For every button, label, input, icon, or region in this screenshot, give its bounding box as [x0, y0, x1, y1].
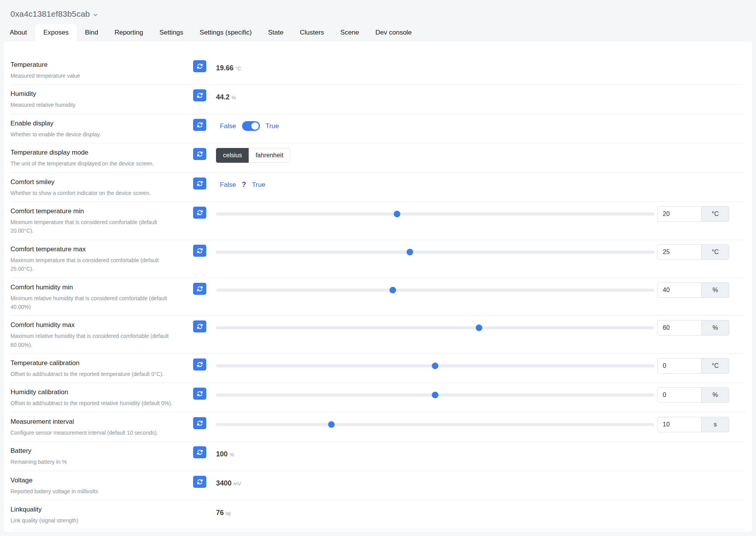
- row-temperature-calibration: Temperature calibration Offset to add/su…: [10, 354, 746, 383]
- sync-icon: [197, 210, 203, 216]
- sync-icon: [197, 63, 203, 69]
- expose-description: Whether to enable the device display.: [10, 130, 193, 139]
- expose-description: Maximum relative humidity that is consid…: [10, 332, 193, 349]
- value-input[interactable]: [657, 206, 702, 222]
- row-comfort-smiley: Comfort smiley Whether to show a comfort…: [10, 173, 746, 202]
- expose-description: Measured temperature value: [10, 71, 193, 80]
- tab-clusters[interactable]: Clusters: [292, 24, 332, 42]
- slider[interactable]: [216, 206, 654, 222]
- option-fahrenheit[interactable]: fahrenheit: [249, 148, 290, 163]
- slider-thumb[interactable]: [476, 325, 482, 331]
- sync-icon: [197, 248, 203, 254]
- value-display: 76lqi: [216, 508, 231, 517]
- tab-settings-specific[interactable]: Settings (specific): [192, 24, 260, 42]
- slider-thumb[interactable]: [394, 211, 400, 217]
- tristate-unknown-indicator[interactable]: ?: [242, 181, 246, 189]
- sync-icon: [197, 181, 203, 186]
- refresh-button[interactable]: [193, 320, 206, 332]
- page-header: 0xa4c1381ef83b5cab: [0, 0, 756, 24]
- slider-thumb[interactable]: [432, 392, 439, 399]
- tab-state[interactable]: State: [260, 24, 292, 42]
- refresh-button[interactable]: [193, 119, 206, 131]
- row-battery: Battery Remaining battery in % 100%: [10, 442, 746, 471]
- slider-thumb[interactable]: [432, 363, 439, 369]
- toggle-switch[interactable]: [242, 121, 260, 131]
- value-input[interactable]: [657, 417, 702, 432]
- expose-title: Enable display: [10, 118, 193, 127]
- tab-reporting[interactable]: Reporting: [106, 24, 152, 42]
- slider-thumb[interactable]: [328, 421, 334, 428]
- device-id: 0xa4c1381ef83b5cab: [10, 9, 90, 19]
- refresh-button[interactable]: [193, 283, 206, 295]
- exposes-panel: Temperature Measured temperature value 1…: [4, 42, 752, 532]
- value-display: 100%: [216, 449, 234, 458]
- slider-track: [216, 326, 654, 329]
- unit-addon: %: [702, 282, 729, 298]
- row-humidity-calibration: Humidity calibration Offset to add/subtr…: [10, 383, 746, 412]
- tristate-true-label[interactable]: True: [252, 181, 265, 189]
- sync-icon: [197, 479, 203, 485]
- value-input-group: %: [657, 282, 729, 298]
- expose-description: Minimum relative humidity that is consid…: [10, 294, 193, 312]
- expose-title: Humidity: [10, 89, 193, 98]
- expose-title: Comfort smiley: [10, 177, 193, 186]
- tristate-control: False ? True: [216, 181, 265, 189]
- refresh-button[interactable]: [193, 89, 206, 101]
- unit: lqi: [226, 510, 231, 516]
- refresh-button[interactable]: [193, 388, 206, 400]
- value-input[interactable]: [657, 244, 702, 260]
- slider[interactable]: [216, 244, 654, 260]
- value-display: 3400mV: [216, 479, 241, 487]
- tab-exposes[interactable]: Exposes: [35, 24, 77, 42]
- refresh-button[interactable]: [193, 476, 206, 488]
- slider[interactable]: [216, 417, 654, 432]
- slider-thumb[interactable]: [406, 249, 413, 255]
- tab-dev-console[interactable]: Dev console: [367, 24, 420, 42]
- refresh-button[interactable]: [193, 358, 206, 371]
- toggle-false-label[interactable]: False: [220, 122, 236, 130]
- tab-scene[interactable]: Scene: [332, 24, 367, 42]
- value-input-group: °C: [657, 244, 729, 260]
- refresh-button[interactable]: [193, 60, 206, 72]
- expose-title: Comfort temperature min: [10, 206, 193, 215]
- value-input[interactable]: [657, 282, 702, 298]
- value-input[interactable]: [657, 358, 702, 374]
- refresh-button[interactable]: [193, 178, 206, 190]
- expose-title: Humidity calibration: [10, 387, 193, 396]
- tab-about[interactable]: About: [2, 24, 35, 42]
- device-selector[interactable]: 0xa4c1381ef83b5cab: [10, 9, 98, 19]
- value-input[interactable]: [657, 387, 702, 403]
- tab-bind[interactable]: Bind: [77, 24, 106, 42]
- expose-description: Measured relative humidity: [10, 101, 193, 109]
- slider-thumb[interactable]: [389, 287, 396, 293]
- refresh-button[interactable]: [193, 446, 206, 458]
- slider[interactable]: [216, 387, 654, 403]
- toggle-control: False True: [216, 121, 279, 131]
- value: 100: [216, 450, 228, 458]
- unit: °C: [235, 66, 241, 71]
- refresh-button[interactable]: [193, 207, 206, 219]
- refresh-button[interactable]: [193, 148, 206, 160]
- tab-settings[interactable]: Settings: [151, 24, 191, 42]
- tab-bar: About Exposes Bind Reporting Settings Se…: [0, 24, 756, 42]
- value-input-group: °C: [657, 358, 729, 374]
- row-comfort-humidity-min: Comfort humidity min Minimum relative hu…: [10, 278, 746, 316]
- row-enable-display: Enable display Whether to enable the dev…: [10, 114, 746, 143]
- refresh-button[interactable]: [193, 417, 206, 429]
- slider[interactable]: [216, 282, 654, 298]
- tristate-false-label[interactable]: False: [220, 181, 236, 189]
- display-mode-segmented: celsius fahrenheit: [216, 148, 290, 163]
- slider-track: [216, 212, 654, 216]
- expose-title: Temperature display mode: [10, 148, 193, 157]
- slider[interactable]: [216, 358, 654, 374]
- row-measurement-interval: Measurement interval Configure sensor me…: [10, 412, 746, 442]
- expose-description: Offset to add/subtract to the reported t…: [10, 370, 193, 378]
- refresh-button[interactable]: [193, 245, 206, 257]
- toggle-true-label[interactable]: True: [266, 122, 279, 130]
- option-celsius[interactable]: celsius: [216, 148, 249, 163]
- value-input[interactable]: [657, 320, 702, 336]
- slider[interactable]: [216, 320, 654, 336]
- row-temperature-display-mode: Temperature display mode The unit of the…: [10, 143, 746, 172]
- unit-addon: °C: [702, 358, 729, 374]
- unit-addon: %: [702, 387, 729, 403]
